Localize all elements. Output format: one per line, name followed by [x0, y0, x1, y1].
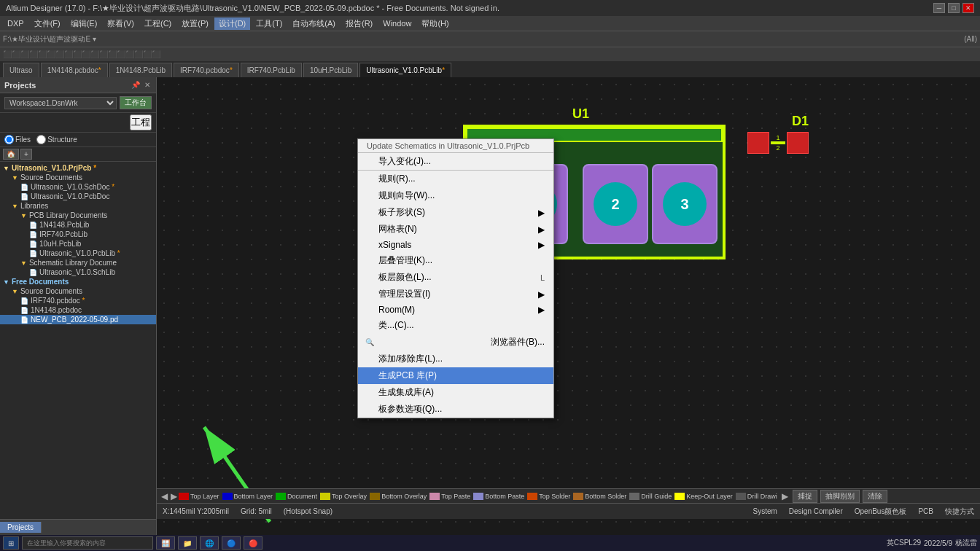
dd-import-changes[interactable]: 导入变化(J)... [358, 153, 553, 171]
menu-item-2[interactable]: 编辑(E) [66, 17, 102, 30]
tree-item-1n4148-free[interactable]: 📄 1N4148.pcbdoc [0, 305, 156, 315]
panel-add-button[interactable]: + [20, 149, 32, 160]
start-button[interactable]: ⊞ [3, 536, 19, 550]
minimize-button[interactable]: ─ [933, 3, 945, 13]
project-button[interactable]: 工程 [130, 114, 152, 130]
tab-irf740-pcblib[interactable]: IRF740.PcbLib [241, 63, 302, 77]
projects-tab[interactable]: Projects [0, 522, 42, 533]
panel-home-button[interactable]: 🏠 [3, 149, 19, 160]
dd-add-remove-lib[interactable]: 添加/移除库(L)... [358, 351, 553, 367]
panel-close-icon[interactable]: ✕ [143, 80, 152, 90]
layer-bottom-overlay[interactable]: Bottom Overlay [370, 493, 427, 500]
tree-item-1n4148-pcblib[interactable]: 📄 1N4148.PcbLib [0, 220, 156, 230]
menu-item-3[interactable]: 察看(V) [103, 17, 139, 30]
tree-item-free-docs[interactable]: ▼ Free Documents [0, 277, 156, 286]
close-button[interactable]: ✕ [962, 3, 974, 13]
task-file-explorer[interactable]: 📁 [178, 536, 197, 550]
dd-update-schematics[interactable]: Update Schematics in Ultrasonic_V1.0.Prj… [358, 139, 553, 153]
layer-top[interactable]: Top Layer [179, 493, 219, 500]
dd-layer-colors[interactable]: 板层颜色(L)... L [358, 269, 553, 286]
menu-item-8[interactable]: 自动布线(A) [288, 17, 340, 30]
layer-bottom-paste[interactable]: Bottom Paste [473, 493, 524, 500]
dd-make-integrated-lib[interactable]: 生成集成库(A) [358, 384, 553, 401]
dd-board-params[interactable]: 板参数选项(Q)... [358, 401, 553, 418]
status-openbus[interactable]: OpenBus颜色板 [855, 507, 907, 517]
status-system[interactable]: System [752, 507, 777, 515]
task-app-1[interactable]: 🪟 [156, 536, 175, 550]
layer-drill-guide[interactable]: Drill Guide [629, 493, 672, 500]
tree-item-project[interactable]: ▼ Ultrasonic_V1.0.PrjPcb * [0, 163, 156, 173]
dd-make-pcblib[interactable]: 生成PCB 库(P) [358, 367, 553, 384]
clear-button[interactable]: 清除 [863, 490, 887, 503]
tab-ultrasonic[interactable]: Ultraso [3, 63, 39, 77]
tab-10uh-pcblib[interactable]: 10uH.PcbLib [303, 63, 358, 77]
snap-button[interactable]: 捕捉 [793, 490, 817, 503]
tree-label: IRF740.pcbdoc * [31, 297, 85, 305]
layer-scroll-left[interactable]: ◀ [160, 491, 169, 501]
files-radio-label[interactable]: Files [4, 135, 31, 144]
search-box[interactable]: 在这里输入你要搜索的内容 [22, 536, 153, 550]
tab-1n4148-pcblib[interactable]: 1N4148.PcbLib [109, 63, 172, 77]
workspace-button[interactable]: 工作台 [120, 96, 152, 109]
tree-item-schlib[interactable]: 📄 Ultrasonic_V1.0.SchLib [0, 267, 156, 277]
layer-keepout[interactable]: Keep-Out Layer [674, 493, 733, 500]
tab-irf740-pcbdoc[interactable]: IRF740.pcbdoc [174, 63, 239, 77]
tree-item-schlib-docs[interactable]: ▼ Schematic Library Docume [0, 258, 156, 267]
tree-item-10uh-pcblib[interactable]: 📄 10uH.PcbLib [0, 239, 156, 249]
maximize-button[interactable]: □ [948, 3, 960, 13]
menu-item-7[interactable]: 工具(T) [252, 17, 287, 30]
task-app-3[interactable]: 🌐 [200, 536, 219, 550]
menu-item-11[interactable]: 帮助(H) [417, 17, 453, 30]
layer-top-solder[interactable]: Top Solder [527, 493, 570, 500]
task-app-4[interactable]: 🔵 [222, 536, 241, 550]
tree-item-free-source-docs[interactable]: ▼ Source Documents [0, 286, 156, 296]
menu-item-9[interactable]: 报告(R) [341, 17, 377, 30]
tree-item-irf740-pcblib[interactable]: 📄 IRF740.PcbLib [0, 230, 156, 239]
menu-item-10[interactable]: Window [378, 18, 416, 28]
dd-board-shape[interactable]: 板子形状(S) ▶ [358, 204, 553, 221]
dd-label: 板参数选项(Q)... [378, 403, 442, 415]
menu-item-6[interactable]: 设计(D) [214, 17, 250, 30]
dd-manage-layers[interactable]: 管理层设置(I) ▶ [358, 286, 553, 302]
dd-xsignals[interactable]: xSignals ▶ [358, 238, 553, 252]
task-app-5[interactable]: 🔴 [244, 536, 262, 550]
status-shortcuts[interactable]: 快捷方式 [945, 507, 974, 517]
files-radio[interactable] [4, 135, 14, 144]
dd-classes[interactable]: 类...(C)... [358, 317, 553, 334]
panel-pin-icon[interactable]: 📌 [130, 80, 141, 90]
tree-item-pcblib-docs[interactable]: ▼ PCB Library Documents [0, 211, 156, 220]
tree-item-libraries[interactable]: ▼ Libraries [0, 201, 156, 211]
status-design-compiler[interactable]: Design Compiler [789, 507, 843, 515]
layer-bottom-solder[interactable]: Bottom Solder [573, 493, 626, 500]
layer-document[interactable]: Document [276, 493, 317, 500]
dd-room[interactable]: Room(M) ▶ [358, 302, 553, 317]
layer-top-overlay[interactable]: Top Overlay [320, 493, 367, 500]
tree-item-schdoc[interactable]: 📄 Ultrasonic_V1.0.SchDoc * [0, 182, 156, 192]
tree-item-source-docs[interactable]: ▼ Source Documents [0, 173, 156, 182]
tree-item-ultrasonic-pcblib[interactable]: 📄 Ultrasonic_V1.0.PcbLib * [0, 249, 156, 258]
tree-item-irf740-free[interactable]: 📄 IRF740.pcbdoc * [0, 296, 156, 305]
dd-rules-wizard[interactable]: 规则向导(W)... [358, 187, 553, 204]
structure-radio[interactable] [36, 135, 46, 144]
menu-item-1[interactable]: 文件(F) [30, 17, 65, 30]
layer-bottom[interactable]: Bottom Layer [222, 493, 273, 500]
structure-radio-label[interactable]: Structure [36, 135, 77, 144]
tree-item-new-pcb[interactable]: 📄 NEW_PCB_2022-05-09.pd [0, 315, 156, 324]
filter-button[interactable]: 抽脚别别 [820, 490, 860, 503]
dd-netlist[interactable]: 网格表(N) ▶ [358, 221, 553, 238]
layer-more-icon[interactable]: ▶ [780, 491, 790, 501]
dd-rules[interactable]: 规则(R)... [358, 171, 553, 187]
menu-item-4[interactable]: 工程(C) [140, 17, 176, 30]
layer-scroll-right[interactable]: ▶ [169, 491, 179, 501]
tree-item-pcbdoc[interactable]: 📄 Ultrasonic_V1.0.PcbDoc [0, 192, 156, 201]
tab-ultrasonic-pcblib[interactable]: Ultrasonic_V1.0.PcbLib [359, 63, 451, 77]
workspace-dropdown[interactable]: Workspace1.DsnWrk [4, 97, 117, 109]
layer-drill-drawing[interactable]: Drill Drawi [736, 493, 777, 500]
tab-1n4148-pcbdoc[interactable]: 1N4148.pcbdoc [41, 63, 108, 77]
dd-stack-manager[interactable]: 层叠管理(K)... [358, 252, 553, 269]
menu-item-5[interactable]: 放置(P) [177, 17, 213, 30]
status-pcb[interactable]: PCB [918, 507, 933, 515]
dd-browse-components[interactable]: 🔍 浏览器件(B)... [358, 334, 553, 351]
layer-top-paste[interactable]: Top Paste [429, 493, 470, 500]
menu-item-0[interactable]: DXP [3, 18, 28, 28]
